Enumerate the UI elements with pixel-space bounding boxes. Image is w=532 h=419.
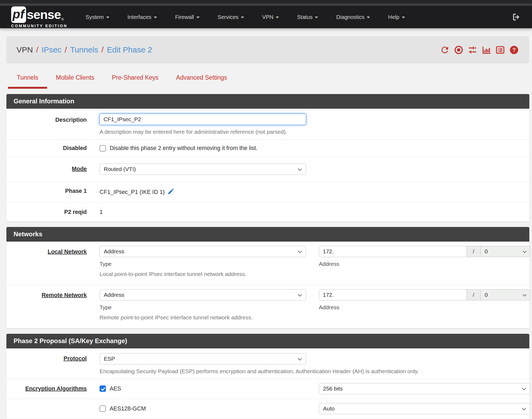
crumb-edit-phase2[interactable]: Edit Phase 2 [107,45,152,54]
pfsense-logo[interactable]: pf sense ® COMMUNITY EDITION [11,6,67,28]
menu-diagnostics[interactable]: Diagnostics [327,14,379,20]
tab-pre-shared-keys[interactable]: Pre-Shared Keys [103,70,167,89]
crumb-ipsec[interactable]: IPsec [42,45,61,54]
svg-text:?: ? [512,47,516,53]
row-protocol: Protocol ESP Encapsulating Security Payl… [6,348,529,379]
panel-title: Networks [6,227,529,242]
row-description: Description A description may be entered… [6,109,529,140]
chevron-down-icon [241,17,244,18]
aes-bits-select[interactable]: 256 bits [319,383,530,394]
menu-interfaces[interactable]: Interfaces [118,14,166,20]
logo-sense-text: sense [27,7,61,22]
protocol-label[interactable]: Protocol [64,355,87,362]
chevron-down-icon [402,17,405,18]
tab-tunnels[interactable]: Tunnels [8,70,47,89]
logo-edition-text: COMMUNITY EDITION [11,24,67,28]
aes128-gcm-checkbox[interactable] [100,405,106,412]
sliders-icon[interactable] [468,45,477,55]
protocol-help: Encapsulating Security Payload (ESP) per… [100,368,529,375]
row-encryption-aes: Encryption Algorithms AES 256 bits [6,379,529,399]
mode-select[interactable]: Routed (VTI) [100,164,306,175]
description-label: Description [55,117,87,123]
chevron-down-icon [298,167,302,171]
menu-services[interactable]: Services [209,14,253,20]
logout-button[interactable] [512,13,521,22]
aes128-gcm-label: AES128-GCM [110,405,146,412]
remote-mask-select[interactable]: 0 [481,289,530,300]
disabled-label: Disabled [63,145,87,151]
top-navbar: pf sense ® COMMUNITY EDITION System Inte… [0,6,532,28]
breadcrumb: VPN / IPsec / Tunnels / Edit Phase 2 [17,45,152,54]
tab-advanced-settings[interactable]: Advanced Settings [167,70,236,89]
aes-label: AES [110,385,121,392]
chevron-down-icon [276,17,279,18]
chevron-down-icon [522,386,526,390]
chevron-down-icon [367,17,370,18]
aes128-gcm-bits-select[interactable]: Auto [319,403,530,414]
row-disabled: Disabled Disable this phase 2 entry with… [6,140,529,157]
list-icon[interactable] [495,45,505,55]
aes-checkbox[interactable] [100,385,106,392]
chevron-down-icon [298,292,302,297]
disabled-checkbox[interactable] [100,145,106,152]
local-network-label[interactable]: Local Network [48,249,87,255]
window-top-strip [0,0,532,3]
phase1-label: Phase 1 [65,188,87,194]
tab-mobile-clients[interactable]: Mobile Clients [47,70,103,89]
bar-chart-icon[interactable] [481,45,491,55]
remote-address-caption: Address [319,304,530,311]
row-p2-reqid: P2 reqid 1 [6,203,529,222]
crumb-vpn: VPN [17,45,33,54]
menu-help[interactable]: Help [379,14,414,20]
panel-general-information: General Information Description A descri… [6,94,529,222]
disabled-checkbox-label: Disable this phase 2 entry without remov… [110,145,258,152]
local-address-caption: Address [319,261,530,267]
menu-status[interactable]: Status [288,14,327,20]
panel-title: General Information [6,94,529,109]
breadcrumb-bar: VPN / IPsec / Tunnels / Edit Phase 2 ? [6,36,529,63]
chevron-down-icon [196,17,200,18]
row-encryption-aes128gcm: AES128-GCM Auto [6,399,529,419]
refresh-icon[interactable] [440,45,450,55]
p2-reqid-label: P2 reqid [64,209,87,215]
panel-phase2-proposal: Phase 2 Proposal (SA/Key Exchange) Proto… [6,334,529,419]
panel-networks: Networks Local Network Address Type Loca… [6,227,529,328]
protocol-select[interactable]: ESP [100,353,306,364]
window-sub-strip [0,3,532,6]
help-icon[interactable]: ? [509,45,519,55]
description-help: A description may be entered here for ad… [100,129,529,135]
local-address-input[interactable] [319,246,467,257]
menu-vpn[interactable]: VPN [253,14,288,20]
crumb-tunnels[interactable]: Tunnels [70,45,98,54]
menu-system[interactable]: System [76,14,118,20]
encryption-algorithms-label[interactable]: Encryption Algorithms [25,385,87,392]
row-remote-network: Remote Network Address Type Remote point… [6,285,529,328]
remote-network-label[interactable]: Remote Network [42,292,87,298]
address-slash-addon: / [467,246,481,257]
p2-reqid-value: 1 [100,209,103,215]
registered-mark: ® [61,18,64,21]
local-type-caption: Type [100,261,306,267]
remote-type-caption: Type [100,304,306,311]
edit-pencil-icon[interactable] [167,188,175,197]
description-input[interactable] [100,114,306,125]
chevron-down-icon [106,17,109,18]
mode-label[interactable]: Mode [72,166,87,172]
chevron-down-icon [154,17,157,18]
chevron-down-icon [523,249,526,253]
row-phase1: Phase 1 CF1_IPsec_P1 (IKE ID 1) [6,182,529,203]
sign-out-icon [512,13,521,22]
remote-address-input[interactable] [319,289,467,300]
panel-title: Phase 2 Proposal (SA/Key Exchange) [6,334,529,348]
logo-pf-mark: pf [11,6,26,23]
local-network-type-select[interactable]: Address [100,246,306,257]
page-tabs: Tunnels Mobile Clients Pre-Shared Keys A… [8,70,529,89]
local-network-help: Local point-to-point IPsec interface tun… [100,271,306,277]
chevron-down-icon [523,293,526,296]
menu-firewall[interactable]: Firewall [166,14,209,20]
remote-network-type-select[interactable]: Address [100,289,306,300]
local-mask-select[interactable]: 0 [481,246,530,257]
chevron-down-icon [298,356,302,361]
remote-network-help: Remote point-to-point IPsec interface tu… [100,314,306,321]
stop-circle-icon[interactable] [454,45,464,55]
